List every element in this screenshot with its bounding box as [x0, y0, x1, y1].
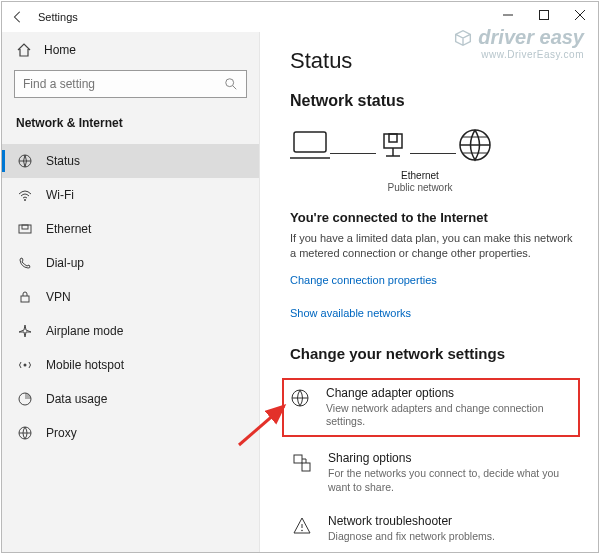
network-diagram	[290, 126, 578, 164]
router-icon	[376, 128, 410, 162]
option-sub: View network adapters and change connect…	[326, 402, 572, 429]
svg-rect-11	[21, 296, 29, 302]
option-troubleshooter[interactable]: Network troubleshooter Diagnose and fix …	[290, 512, 578, 546]
diagram-label-type: Public network	[290, 182, 550, 194]
sidebar-item-label: Status	[46, 154, 80, 168]
svg-rect-16	[294, 132, 326, 152]
svg-rect-10	[22, 225, 28, 229]
sidebar-item-vpn[interactable]: VPN	[2, 280, 259, 314]
sidebar-item-status[interactable]: Status	[2, 144, 259, 178]
network-status-heading: Network status	[290, 92, 578, 110]
diagram-line	[410, 153, 456, 154]
home-button[interactable]: Home	[2, 32, 259, 70]
proxy-icon	[16, 425, 34, 441]
sidebar-item-label: Mobile hotspot	[46, 358, 124, 372]
link-show-available-networks[interactable]: Show available networks	[290, 307, 411, 319]
sidebar-item-label: Wi-Fi	[46, 188, 74, 202]
search-icon	[224, 77, 238, 91]
option-title: Sharing options	[328, 451, 576, 465]
maximize-icon	[539, 10, 549, 20]
arrow-left-icon	[11, 10, 25, 24]
minimize-button[interactable]	[490, 2, 526, 28]
sidebar-item-label: Dial-up	[46, 256, 84, 270]
vpn-icon	[16, 289, 34, 305]
connected-title: You're connected to the Internet	[290, 210, 578, 225]
option-title: Network troubleshooter	[328, 514, 495, 528]
svg-line-5	[233, 86, 237, 90]
svg-point-4	[226, 79, 234, 87]
diagram-label-name: Ethernet	[290, 170, 550, 182]
sidebar-item-label: Data usage	[46, 392, 107, 406]
airplane-icon	[16, 323, 34, 339]
option-title: Change adapter options	[326, 386, 572, 400]
close-icon	[575, 10, 585, 20]
back-button[interactable]	[8, 10, 28, 24]
sidebar-item-ethernet[interactable]: Ethernet	[2, 212, 259, 246]
title-bar: Settings	[2, 2, 598, 32]
sidebar-item-hotspot[interactable]: Mobile hotspot	[2, 348, 259, 382]
sidebar-item-label: VPN	[46, 290, 71, 304]
option-sharing[interactable]: Sharing options For the networks you con…	[290, 449, 578, 496]
svg-rect-18	[384, 134, 402, 148]
svg-rect-28	[294, 455, 302, 463]
search-input[interactable]	[23, 77, 224, 91]
dialup-icon	[16, 255, 34, 271]
svg-point-12	[24, 364, 27, 367]
option-sub: For the networks you connect to, decide …	[328, 467, 576, 494]
link-change-connection-properties[interactable]: Change connection properties	[290, 274, 437, 286]
ethernet-icon	[16, 221, 34, 237]
svg-point-8	[24, 199, 26, 201]
sidebar-item-label: Proxy	[46, 426, 77, 440]
status-icon	[16, 153, 34, 169]
change-network-heading: Change your network settings	[290, 345, 578, 362]
search-box[interactable]	[14, 70, 247, 98]
svg-rect-29	[302, 463, 310, 471]
sidebar-section-title: Network & Internet	[2, 112, 259, 144]
option-sub: Diagnose and fix network problems.	[328, 530, 495, 544]
sidebar-item-datausage[interactable]: Data usage	[2, 382, 259, 416]
app-title: Settings	[38, 11, 78, 23]
home-icon	[16, 42, 32, 58]
sidebar-item-label: Ethernet	[46, 222, 91, 236]
svg-rect-1	[540, 11, 549, 20]
sharing-icon	[292, 451, 314, 494]
sidebar-item-dialup[interactable]: Dial-up	[2, 246, 259, 280]
troubleshooter-icon	[292, 514, 314, 544]
sidebar-item-label: Airplane mode	[46, 324, 123, 338]
hotspot-icon	[16, 357, 34, 373]
svg-rect-19	[389, 134, 397, 142]
sidebar-item-airplane[interactable]: Airplane mode	[2, 314, 259, 348]
minimize-icon	[503, 10, 513, 20]
diagram-line	[330, 153, 376, 154]
connected-desc: If you have a limited data plan, you can…	[290, 231, 578, 261]
diagram-labels: Ethernet Public network	[290, 170, 550, 194]
wifi-icon	[16, 187, 34, 203]
sidebar: Home Network & Internet Status Wi-Fi Eth…	[2, 32, 260, 552]
close-button[interactable]	[562, 2, 598, 28]
option-change-adapter[interactable]: Change adapter options View network adap…	[284, 380, 578, 435]
device-icon	[290, 128, 330, 162]
maximize-button[interactable]	[526, 2, 562, 28]
datausage-icon	[16, 391, 34, 407]
sidebar-item-wifi[interactable]: Wi-Fi	[2, 178, 259, 212]
page-title: Status	[290, 48, 578, 74]
globe-icon	[456, 126, 494, 164]
adapter-icon	[290, 386, 312, 429]
content-pane: Status Network status Ethernet Public ne…	[260, 32, 598, 552]
svg-point-33	[301, 530, 303, 532]
sidebar-item-proxy[interactable]: Proxy	[2, 416, 259, 450]
home-label: Home	[44, 43, 76, 57]
